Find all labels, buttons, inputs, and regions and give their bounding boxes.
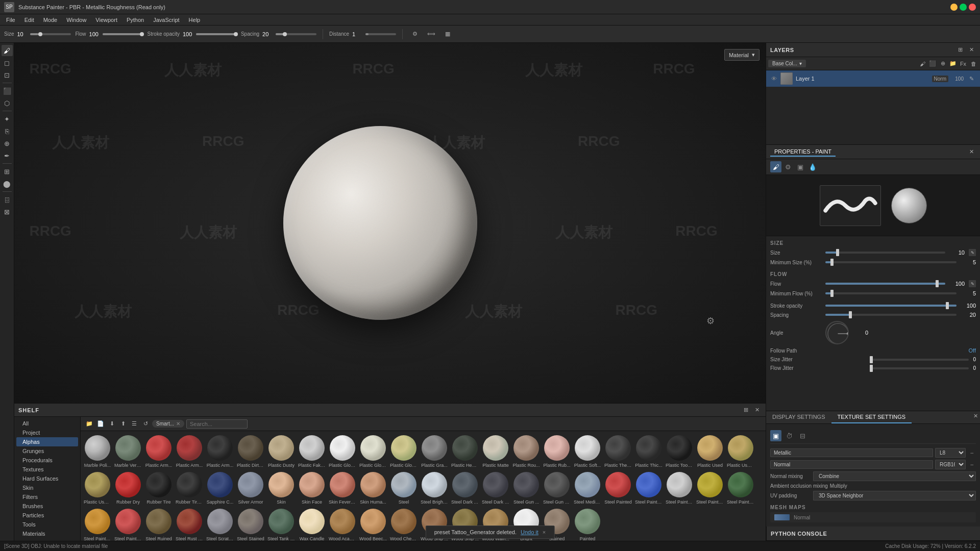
shelf-search-input[interactable] bbox=[186, 419, 248, 429]
flow-edit-btn[interactable]: ✎ bbox=[969, 280, 976, 287]
shelf-item[interactable]: Plastic Thic... bbox=[634, 433, 664, 469]
shelf-item[interactable]: Silver Armor bbox=[236, 470, 265, 506]
misc-tool1[interactable]: ⌹ bbox=[2, 194, 13, 205]
shelf-item[interactable]: Plastic Gra... bbox=[420, 433, 449, 469]
shelf-item[interactable]: Plastic Ther... bbox=[603, 433, 633, 469]
fill-tool[interactable]: ⬛ bbox=[2, 85, 13, 96]
shelf-item[interactable]: Steel Tank P... bbox=[266, 507, 296, 541]
shelf-item[interactable]: Plastic Hexa... bbox=[450, 433, 480, 469]
size-jitter-slider[interactable] bbox=[870, 359, 969, 361]
shelf-item[interactable]: Steel Bright... bbox=[420, 470, 449, 506]
shelf-item[interactable]: Wax Candle bbox=[297, 507, 327, 541]
properties-close-btn[interactable]: ✕ bbox=[967, 147, 976, 157]
shelf-item[interactable]: Plastic Tool ... bbox=[665, 433, 694, 469]
shelf-item[interactable]: Steel Painte... bbox=[113, 507, 143, 541]
shelf-item[interactable]: Steel Scratc... bbox=[205, 507, 235, 541]
maximize-button[interactable] bbox=[960, 4, 967, 11]
bake-tool[interactable]: ⬤ bbox=[2, 178, 13, 189]
shelf-item[interactable]: Plastic Rou... bbox=[511, 433, 541, 469]
shelf-cat-filters[interactable]: Filters bbox=[16, 492, 78, 502]
geometry-tool[interactable]: ⬡ bbox=[2, 97, 13, 109]
shelf-item[interactable]: Steel Gun P... bbox=[542, 470, 572, 506]
metallic-format-select[interactable]: L8 L16 bbox=[935, 448, 966, 458]
shelf-item[interactable]: Plastic Glos... bbox=[358, 433, 388, 469]
shelf-item[interactable]: Plastic Fake... bbox=[297, 433, 327, 469]
shelf-item[interactable]: Rubber Dry bbox=[113, 470, 143, 506]
toast-undo-link[interactable]: Undo it bbox=[521, 529, 538, 535]
eraser-tool[interactable]: ◻ bbox=[2, 57, 13, 68]
layers-add-fill-btn[interactable]: ⬛ bbox=[928, 59, 937, 68]
layer-visibility-icon[interactable]: 👁 bbox=[770, 75, 777, 82]
transform-tool[interactable]: ⊞ bbox=[2, 166, 13, 177]
size-slider[interactable] bbox=[30, 33, 71, 35]
shelf-item[interactable]: Skin bbox=[266, 470, 296, 506]
shelf-item[interactable]: Steel Painte... bbox=[726, 470, 755, 506]
shelf-item[interactable]: Marble Poli... bbox=[83, 433, 112, 469]
shelf-item[interactable]: Skin Huma... bbox=[358, 470, 388, 506]
settings-close-btn[interactable]: ✕ bbox=[971, 411, 980, 420]
shelf-cat-materials[interactable]: Materials bbox=[16, 529, 78, 538]
paint-brush-tool[interactable]: 🖌 bbox=[2, 45, 13, 56]
follow-path-toggle[interactable]: Off bbox=[969, 347, 976, 354]
tex-clock-icon[interactable]: ⏱ bbox=[783, 430, 795, 441]
pick-tool[interactable]: ⊕ bbox=[2, 138, 13, 149]
size-edit-btn[interactable]: ✎ bbox=[969, 249, 976, 256]
layer-blend-mode[interactable]: Norm bbox=[932, 76, 948, 82]
shelf-item[interactable]: Steel Dark A... bbox=[450, 470, 480, 506]
stroke-opacity-prop-slider[interactable] bbox=[825, 305, 957, 307]
shelf-item[interactable]: Plastic Used... bbox=[726, 433, 755, 469]
shelf-item[interactable]: Steel bbox=[389, 470, 419, 506]
uv-padding-select[interactable]: 3D Space Neighbor bbox=[813, 491, 976, 500]
clone-tool[interactable]: ⎘ bbox=[2, 126, 13, 137]
shelf-item[interactable]: Steel Painte... bbox=[695, 470, 725, 506]
size-prop-slider[interactable] bbox=[825, 252, 945, 254]
flow-slider[interactable] bbox=[103, 33, 143, 35]
layers-delete-btn[interactable]: 🗑 bbox=[969, 59, 978, 68]
base-color-dropdown[interactable]: Base Col... ▾ bbox=[768, 60, 806, 67]
shelf-item[interactable]: Steel Ruined bbox=[144, 507, 174, 541]
align-icon[interactable]: ▦ bbox=[442, 28, 454, 40]
menu-javascript[interactable]: JavaScript bbox=[149, 16, 183, 24]
layers-add-mask-btn[interactable]: ⊕ bbox=[938, 59, 947, 68]
normal-format-select[interactable]: RGB16F RGB8 bbox=[935, 460, 966, 469]
shelf-item[interactable]: Plastic Soft... bbox=[573, 433, 602, 469]
shelf-item[interactable]: Plastic Glos... bbox=[389, 433, 419, 469]
layer-item[interactable]: 👁 Layer 1 Norm 100 ✎ bbox=[766, 70, 980, 87]
projection-tool[interactable]: ⊡ bbox=[2, 69, 13, 81]
distance-slider[interactable] bbox=[365, 33, 396, 35]
prop-tab-dropper[interactable]: 💧 bbox=[807, 161, 818, 172]
shelf-item[interactable]: Plastic Arm... bbox=[175, 433, 204, 469]
stroke-opacity-slider[interactable] bbox=[196, 33, 237, 35]
shelf-item[interactable]: Steel Medic... bbox=[573, 470, 602, 506]
menu-help[interactable]: Help bbox=[185, 16, 205, 24]
layers-fx-btn[interactable]: Fx bbox=[959, 59, 968, 68]
shelf-item[interactable]: Skin Feverish bbox=[328, 470, 357, 506]
min-size-slider[interactable] bbox=[825, 261, 957, 263]
toast-close-btn[interactable]: × bbox=[543, 529, 546, 535]
shelf-filter-tag[interactable]: Smart... ✕ bbox=[152, 420, 184, 428]
min-flow-slider[interactable] bbox=[825, 292, 957, 294]
shelf-item[interactable]: Plastic Arm... bbox=[205, 433, 235, 469]
shelf-item[interactable]: Steel Painte... bbox=[634, 470, 664, 506]
shelf-cat-project[interactable]: Project bbox=[16, 428, 78, 437]
shelf-item[interactable]: Steel Gun ... bbox=[511, 470, 541, 506]
minimize-button[interactable] bbox=[950, 4, 958, 11]
menu-edit[interactable]: Edit bbox=[20, 16, 38, 24]
shelf-cat-hard-surfaces[interactable]: Hard Surfaces bbox=[16, 474, 78, 483]
shelf-cat-all[interactable]: All bbox=[16, 419, 78, 428]
shelf-grid-view-btn[interactable]: ⊞ bbox=[741, 406, 750, 415]
shelf-item[interactable]: Plastic Used... bbox=[83, 470, 112, 506]
shelf-item[interactable]: Rubber Tire bbox=[144, 470, 174, 506]
layers-close-btn[interactable]: ✕ bbox=[967, 45, 976, 55]
layers-add-paint-btn[interactable]: 🖌 bbox=[918, 59, 927, 68]
close-button[interactable] bbox=[969, 4, 976, 11]
prop-tab-brush[interactable]: 🖌 bbox=[770, 161, 781, 172]
shelf-item[interactable]: Steel Rust S... bbox=[175, 507, 204, 541]
shelf-item[interactable]: Plastic Used bbox=[695, 433, 725, 469]
display-settings-tab[interactable]: DISPLAY SETTINGS bbox=[766, 411, 831, 423]
flow-slider[interactable] bbox=[825, 283, 945, 285]
shelf-item[interactable]: Plastic Rub... bbox=[542, 433, 572, 469]
prop-tab-channels[interactable]: ▣ bbox=[795, 161, 806, 172]
menu-file[interactable]: File bbox=[2, 16, 19, 24]
shelf-item[interactable]: Steel Painte... bbox=[665, 470, 694, 506]
